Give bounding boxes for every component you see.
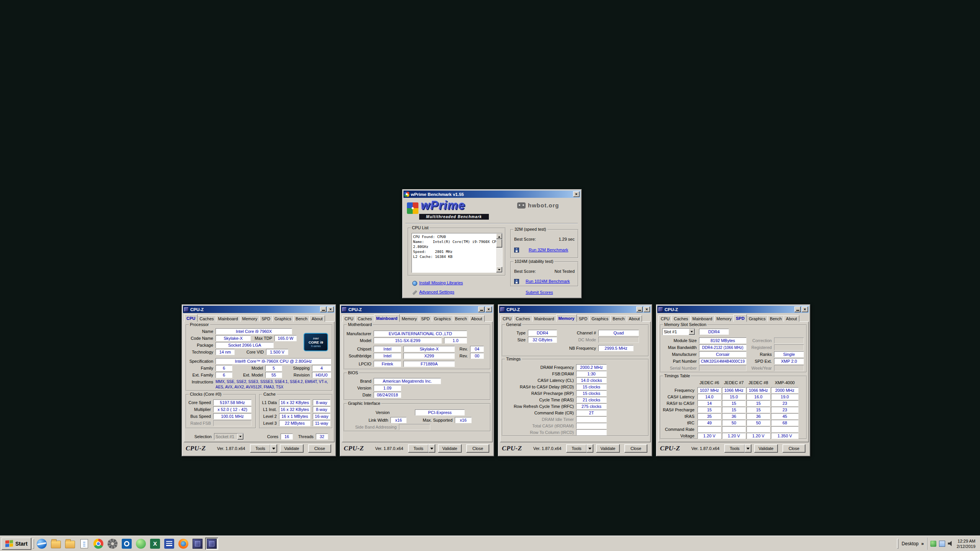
toolbar-grip[interactable] [897,539,898,549]
titlebar[interactable]: CPU-Z × [499,306,651,313]
cpuz-active-task-button[interactable] [205,538,218,550]
minimize-icon[interactable] [636,306,643,312]
firefox-icon[interactable] [177,538,190,550]
level3-way-field[interactable]: 11-way [313,420,330,426]
close-icon[interactable]: × [802,306,808,312]
modulesize-field[interactable]: 8192 MBytes [699,337,746,344]
timing-field[interactable]: 15 clocks [576,384,607,390]
cpu-listbox[interactable]: CPU Found: CPU0 Name: Intel(R) Core(TM) … [412,233,503,273]
blue-app-icon[interactable] [163,538,176,550]
tab-memory[interactable]: Memory [714,315,734,322]
gfx-version-field[interactable]: PCI-Express [415,409,465,416]
spd-cell[interactable]: 50 [746,420,770,426]
lpcio-field[interactable]: F71889A [403,361,455,367]
outlook-icon[interactable] [120,538,133,550]
bios-brand-field[interactable]: American Megatrends Inc. [374,378,441,384]
tab-memory[interactable]: Memory [556,314,577,322]
southbridge-vendor-field[interactable]: Intel [374,353,401,359]
timing-field[interactable]: 21 clocks [576,397,607,403]
tab-mainboard[interactable]: Mainboard [374,314,400,322]
tools-button[interactable]: Tools [724,444,745,453]
spd-cell[interactable]: 14 [697,400,721,406]
spd-cell[interactable]: 1.350 V [771,433,799,439]
slot-type-field[interactable]: DDR4 [699,329,729,335]
timing-field[interactable]: 275 clocks [576,403,607,409]
close-icon[interactable]: × [485,306,492,312]
model-field[interactable]: 151-SX-E299 [374,337,442,344]
spd-cell[interactable]: 15 [746,407,770,413]
manufacturer-field[interactable]: Corsair [699,351,746,357]
spd-cell[interactable]: 15.0 [722,394,746,400]
tab-about[interactable]: About [784,315,799,322]
wprime-titlebar[interactable]: wPrime Benchmark v1.55 × [403,191,580,198]
threads-field[interactable]: 32 [316,434,328,440]
install-libraries-link[interactable]: Install Missing Libraries [419,280,463,285]
timing-field[interactable] [576,423,607,429]
ratedfsb-field[interactable] [213,420,252,426]
correction-field[interactable] [774,337,804,344]
spd-cell[interactable]: 15 [697,407,721,413]
l1data-way-field[interactable]: 8-way [313,399,330,406]
spd-cell[interactable]: 1037 MHz [697,387,721,393]
tab-mainboard[interactable]: Mainboard [532,315,557,322]
maxbandwidth-field[interactable]: DDR4-2132 (1066 MHz) [699,344,746,350]
timing-field[interactable] [576,416,607,422]
tools-dropdown-icon[interactable] [428,444,435,453]
titlebar[interactable]: CPU-Z × [657,306,809,313]
tools-button[interactable]: Tools [408,444,429,453]
tools-dropdown-icon[interactable] [745,444,751,453]
scroll-up-icon[interactable] [496,233,502,239]
corevid-field[interactable]: 1.500 V [266,349,288,355]
tab-caches[interactable]: Caches [513,315,532,322]
serial-field[interactable] [699,365,746,371]
scroll-down-icon[interactable] [496,267,502,272]
model-rev-field[interactable]: 1.0 [444,337,467,344]
scrollbar[interactable] [496,233,502,272]
timing-field[interactable]: 2000.2 MHz [576,364,607,370]
file-explorer-icon[interactable] [49,538,62,550]
spdext-field[interactable]: XMP 2.0 [774,358,804,364]
close-button[interactable]: Close [308,444,331,453]
dcmode-field[interactable] [598,337,639,343]
timing-field[interactable] [576,429,607,435]
submit-scores-link[interactable]: Submit Scores [526,290,553,295]
titlebar[interactable]: CPU-Z × [183,306,335,313]
spd-cell[interactable] [697,426,721,432]
volume-tray-icon[interactable] [948,541,954,547]
timing-field[interactable]: 15 clocks [576,390,607,396]
maxsupported-field[interactable]: x16 [455,417,472,423]
level2-way-field[interactable]: 16-way [313,413,330,419]
tab-graphics[interactable]: Graphics [432,315,453,322]
spd-cell[interactable]: 45 [771,413,799,419]
start-button[interactable]: Start [2,538,31,550]
excel-icon[interactable] [149,538,162,550]
tab-graphics[interactable]: Graphics [272,315,294,322]
l1inst-field[interactable]: 16 x 32 KBytes [279,406,310,412]
timing-field[interactable]: 14.0 clocks [576,377,607,383]
tab-caches[interactable]: Caches [197,315,216,322]
minimize-icon[interactable] [478,306,485,312]
spd-cell[interactable]: 68 [771,420,799,426]
spd-cell[interactable]: 14.0 [697,394,721,400]
chevron-down-icon[interactable] [689,329,695,335]
tab-graphics[interactable]: Graphics [589,315,611,322]
desktop-toolbar[interactable]: Desktop » [900,541,926,546]
tab-bench[interactable]: Bench [293,315,310,322]
spd-cell[interactable]: 36 [722,413,746,419]
timing-field[interactable]: 1:30 [576,371,607,377]
chipset-field[interactable]: Skylake-X [403,346,455,352]
titlebar[interactable]: CPU-Z × [341,306,493,313]
package-field[interactable]: Socket 2066 LGA [216,342,274,348]
tab-mainboard[interactable]: Mainboard [690,315,715,322]
chrome-icon[interactable] [92,538,105,550]
registered-field[interactable] [774,344,804,350]
tab-about[interactable]: About [627,315,642,322]
run-32m-link[interactable]: Run 32M Benchmark [529,248,568,252]
spd-cell[interactable]: 50 [722,420,746,426]
spd-cell[interactable]: 15 [746,400,770,406]
tab-memory[interactable]: Memory [399,315,419,322]
technology-field[interactable]: 14 nm [216,349,235,355]
tab-memory[interactable]: Memory [240,315,260,322]
slot-select[interactable]: Slot #1 [662,328,695,335]
level3-field[interactable]: 22 MBytes [279,420,310,426]
